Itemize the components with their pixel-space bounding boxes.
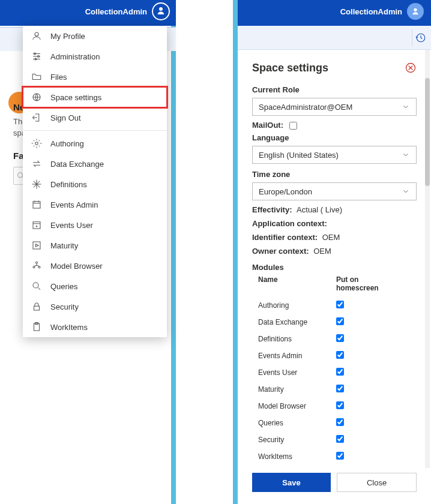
timezone-label: Time zone bbox=[252, 170, 417, 179]
svg-rect-8 bbox=[33, 222, 40, 229]
module-name: Authoring bbox=[258, 301, 336, 310]
timezone-select[interactable]: Europe/London bbox=[252, 182, 417, 200]
module-row: Definitions bbox=[258, 331, 417, 347]
chevron-down-icon bbox=[402, 151, 410, 159]
module-home-checkbox[interactable] bbox=[336, 401, 344, 409]
module-row: WorkItems bbox=[258, 448, 417, 465]
lock-icon bbox=[31, 301, 42, 312]
mailout-checkbox[interactable] bbox=[289, 122, 297, 130]
globe-icon bbox=[31, 92, 42, 103]
menu-administration[interactable]: Administration bbox=[23, 46, 167, 67]
menu-label: WorkItems bbox=[50, 323, 88, 332]
menu-authoring[interactable]: Authoring bbox=[23, 133, 167, 154]
timezone-value: Europe/London bbox=[259, 187, 312, 196]
snowflake-icon bbox=[31, 179, 42, 190]
close-panel-button[interactable]: Close bbox=[337, 473, 417, 492]
app-context-label: Application context: bbox=[252, 219, 327, 228]
menu-label: Files bbox=[50, 73, 67, 82]
module-home-checkbox[interactable] bbox=[336, 418, 344, 426]
settings-pane: Space settings Current Role SpaceAdminis… bbox=[238, 50, 431, 504]
menu-space-settings[interactable]: Space settings bbox=[23, 87, 167, 107]
menu-queries[interactable]: Queries bbox=[23, 276, 167, 296]
menu-label: Definitions bbox=[50, 180, 87, 189]
menu-label: Administration bbox=[50, 52, 100, 61]
chevron-down-icon bbox=[402, 103, 410, 111]
module-home-cell bbox=[336, 435, 396, 445]
id-context-label: Identifier context: bbox=[252, 233, 318, 242]
right-subbar bbox=[238, 26, 431, 50]
svg-point-1 bbox=[35, 32, 38, 36]
id-context-value: OEM bbox=[322, 233, 340, 242]
module-home-cell bbox=[336, 368, 396, 377]
settings-title: Space settings bbox=[252, 62, 417, 74]
menu-label: Space settings bbox=[50, 93, 101, 102]
save-label: Save bbox=[282, 478, 300, 487]
menu-events-user[interactable]: Events User bbox=[23, 215, 167, 235]
gear-icon bbox=[31, 138, 42, 149]
module-home-checkbox[interactable] bbox=[336, 435, 344, 443]
module-home-checkbox[interactable] bbox=[336, 368, 344, 376]
calendar-user-icon bbox=[31, 220, 42, 230]
right-user-area[interactable]: CollectionAdmin bbox=[340, 3, 424, 20]
module-home-checkbox[interactable] bbox=[336, 301, 344, 308]
left-user-area[interactable]: CollectionAdmin bbox=[85, 2, 170, 20]
menu-workitems[interactable]: WorkItems bbox=[23, 317, 167, 337]
user-icon bbox=[31, 31, 42, 41]
menu-events-admin[interactable]: Events Admin bbox=[23, 194, 167, 215]
save-button[interactable]: Save bbox=[252, 473, 331, 492]
avatar-icon[interactable] bbox=[407, 3, 424, 20]
close-button[interactable] bbox=[405, 62, 417, 74]
module-home-checkbox[interactable] bbox=[336, 385, 344, 392]
exchange-icon bbox=[31, 158, 42, 169]
menu-sign-out[interactable]: Sign Out bbox=[23, 107, 167, 128]
menu-divider bbox=[23, 130, 167, 131]
avatar-circle[interactable] bbox=[152, 2, 170, 20]
menu-files[interactable]: Files bbox=[23, 67, 167, 87]
modules-heading: Modules bbox=[252, 263, 417, 272]
language-select[interactable]: English (United States) bbox=[252, 146, 417, 164]
effectivity-value: Actual ( Live) bbox=[297, 205, 342, 214]
module-row: Authoring bbox=[258, 297, 417, 314]
language-label: Language bbox=[252, 133, 417, 142]
folder-icon bbox=[31, 71, 42, 82]
menu-label: Security bbox=[50, 302, 79, 311]
signout-icon bbox=[31, 112, 42, 123]
module-name: Security bbox=[258, 436, 336, 444]
module-home-checkbox[interactable] bbox=[336, 452, 344, 460]
module-home-checkbox[interactable] bbox=[336, 334, 344, 342]
current-role-select[interactable]: SpaceAdministrator@OEM bbox=[252, 98, 417, 116]
svg-point-13 bbox=[33, 283, 38, 288]
module-home-cell bbox=[336, 401, 396, 411]
user-dropdown: My Profile Administration Files Space se… bbox=[23, 26, 167, 337]
history-button[interactable] bbox=[412, 29, 429, 46]
left-username: CollectionAdmin bbox=[85, 7, 147, 16]
right-header: CollectionAdmin bbox=[238, 0, 431, 26]
module-name: Queries bbox=[258, 419, 336, 427]
clipboard-icon bbox=[31, 322, 42, 332]
svg-rect-14 bbox=[34, 306, 40, 310]
menu-definitions[interactable]: Definitions bbox=[23, 174, 167, 194]
module-home-cell bbox=[336, 385, 396, 394]
svg-point-10 bbox=[36, 262, 38, 263]
mailout-row: MailOut: bbox=[252, 121, 417, 130]
menu-data-exchange[interactable]: Data Exchange bbox=[23, 154, 167, 174]
menu-my-profile[interactable]: My Profile bbox=[23, 26, 167, 46]
module-row: Data Exchange bbox=[258, 314, 417, 331]
modules-header-row: Name Put on homescreen bbox=[258, 275, 417, 292]
mailout-label: MailOut: bbox=[252, 121, 283, 130]
owner-context-value: OEM bbox=[313, 247, 331, 256]
module-home-checkbox[interactable] bbox=[336, 317, 344, 325]
menu-model-browser[interactable]: Model Browser bbox=[23, 256, 167, 276]
language-value: English (United States) bbox=[259, 151, 339, 160]
module-home-cell bbox=[336, 301, 396, 310]
module-row: Events Admin bbox=[258, 347, 417, 364]
module-home-cell bbox=[336, 418, 396, 428]
effectivity-label: Effectivity: bbox=[252, 205, 292, 214]
module-name: Events Admin bbox=[258, 352, 336, 360]
module-name: WorkItems bbox=[258, 452, 336, 461]
menu-maturity[interactable]: Maturity bbox=[23, 235, 167, 256]
settings-body: Space settings Current Role SpaceAdminis… bbox=[238, 50, 431, 478]
module-home-checkbox[interactable] bbox=[336, 351, 344, 359]
right-username: CollectionAdmin bbox=[340, 7, 402, 16]
menu-security[interactable]: Security bbox=[23, 296, 167, 317]
